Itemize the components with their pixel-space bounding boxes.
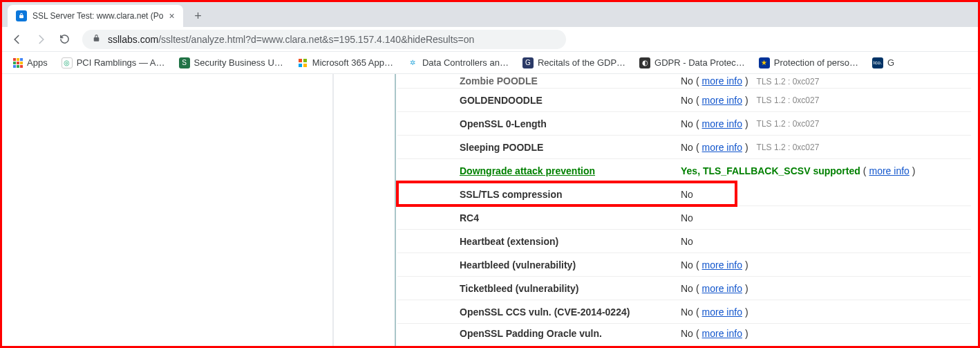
result-label: Sleeping POODLE [460,142,681,153]
more-info-link[interactable]: more info [702,142,742,153]
result-row: OpenSSL 0-LengthNo (more info)TLS 1.2 : … [397,111,971,135]
paren: ( [696,259,699,271]
lock-favicon-icon [16,10,27,21]
more-info-link[interactable]: more info [702,328,742,339]
more-info-link[interactable]: more info [702,75,742,86]
result-status: No [681,95,693,106]
result-status: No [681,118,693,129]
bookmark-item[interactable]: ★ Protection of perso… [753,55,864,71]
svg-rect-3 [303,64,307,67]
result-row: Heartbleed (vulnerability)No (more info) [397,253,971,276]
bookmark-item[interactable]: Microsoft 365 App… [292,55,399,71]
result-row: Sleeping POODLENo (more info)TLS 1.2 : 0… [397,135,971,158]
result-row: GOLDENDOODLENo (more info)TLS 1.2 : 0xc0… [397,88,971,111]
result-value: No (more info) [681,75,748,86]
more-info-link[interactable]: more info [702,259,742,271]
new-tab-button[interactable]: + [189,6,208,26]
bookmark-item[interactable]: ico. G [867,55,896,71]
result-row: SSL/TLS compressionNo [397,182,736,205]
bookmark-label: Data Controllers an… [422,57,509,68]
result-status: No [681,189,693,200]
more-info-link[interactable]: more info [869,165,910,176]
paren: ( [696,75,699,86]
tab-close-icon[interactable]: × [169,10,174,21]
result-status: No [681,212,693,223]
more-info-link[interactable]: more info [702,306,742,318]
result-status: No [681,306,693,318]
result-value: No (more info) [681,95,748,106]
bookmark-favicon-icon: G [522,57,534,68]
result-value: No (more info) [681,328,748,339]
more-info-link[interactable]: more info [702,283,742,294]
divider-line [332,74,334,346]
bookmark-label: PCI Ramblings — A… [77,57,165,68]
result-status: No [681,236,693,247]
bookmark-item[interactable]: G Recitals of the GDP… [517,55,631,71]
paren: ( [696,306,699,318]
result-value: No (more info) [681,259,748,271]
lock-icon [92,33,101,46]
result-status: Yes, TLS_FALLBACK_SCSV supported [681,165,860,176]
paren: ) [745,328,748,339]
address-bar[interactable]: ssllabs.com/ssltest/analyze.html?d=www.c… [82,30,566,49]
result-status: No [681,75,693,86]
bookmark-favicon-icon: ★ [759,57,770,68]
result-value: No (more info) [681,306,748,318]
forward-button[interactable] [31,30,50,49]
result-label: Zombie POODLE [460,75,681,86]
page-content: Zombie POODLENo (more info)TLS 1.2 : 0xc… [2,74,978,346]
result-label: OpenSSL 0-Length [460,118,681,129]
result-value: No (more info) [681,118,748,129]
result-row: Heartbeat (extension)No [397,229,971,253]
result-status: No [681,283,693,294]
result-row: OpenSSL Padding Oracle vuln.No (more inf… [397,323,971,340]
results-table: Zombie POODLENo (more info)TLS 1.2 : 0xc… [397,74,971,340]
paren: ( [696,118,699,129]
result-row: RC4No [397,205,971,229]
apps-grid-icon [13,58,23,68]
paren: ( [696,283,699,294]
bookmark-favicon-icon: ✲ [407,57,418,68]
bookmark-item[interactable]: ◐ GDPR - Data Protec… [634,55,751,71]
result-status: No [681,259,693,271]
result-label: RC4 [460,212,681,223]
bookmark-item[interactable]: ✲ Data Controllers an… [402,55,514,71]
result-value: No [681,189,693,200]
paren: ) [745,306,748,318]
bookmark-item[interactable]: ◎ PCI Ramblings — A… [56,55,171,71]
back-button[interactable] [8,30,27,49]
bookmark-favicon-icon: ico. [872,57,883,68]
paren: ) [745,95,748,106]
more-info-link[interactable]: more info [702,95,742,106]
result-meta: TLS 1.2 : 0xc027 [757,119,820,129]
bookmarks-bar: Apps ◎ PCI Ramblings — A… S Security Bus… [2,52,978,74]
svg-rect-0 [299,59,302,62]
bookmark-label: Protection of perso… [774,57,858,68]
apps-button[interactable]: Apps [8,55,53,71]
result-status: No [681,328,693,339]
result-label: GOLDENDOODLE [460,95,681,106]
browser-tab-active[interactable]: SSL Server Test: www.clara.net (Po × [8,5,183,27]
result-meta: TLS 1.2 : 0xc027 [757,77,820,86]
result-label: SSL/TLS compression [460,189,681,200]
bookmark-label: Recitals of the GDP… [538,57,625,68]
browser-toolbar: ssllabs.com/ssltest/analyze.html?d=www.c… [2,27,978,52]
bookmark-favicon-icon: ◐ [639,57,650,68]
paren: ( [696,95,699,106]
result-status: No [681,142,693,153]
paren: ( [863,165,867,176]
more-info-link[interactable]: more info [702,118,742,129]
bookmark-label: G [887,57,894,68]
result-row: OpenSSL CCS vuln. (CVE-2014-0224)No (mor… [397,300,971,323]
result-row: Zombie POODLENo (more info)TLS 1.2 : 0xc… [397,74,971,88]
paren: ) [745,259,748,271]
result-row: Ticketbleed (vulnerability)No (more info… [397,276,971,300]
result-row: Downgrade attack preventionYes, TLS_FALL… [397,158,971,182]
paren: ) [745,142,748,153]
svg-rect-2 [299,64,302,67]
svg-rect-1 [303,59,307,62]
bookmark-item[interactable]: S Security Business U… [173,55,289,71]
paren: ) [745,75,748,86]
reload-button[interactable] [55,30,74,49]
paren: ) [745,283,748,294]
